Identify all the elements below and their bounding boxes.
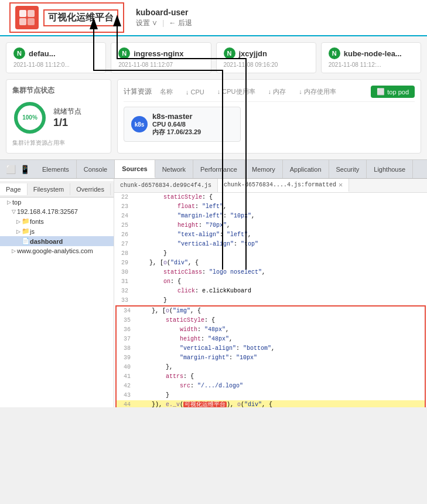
devtools-device-btn[interactable]: 📱	[19, 164, 30, 175]
tree-label-dashboard: dashboard	[30, 238, 63, 245]
tree-arrow-js: ▷	[16, 229, 21, 234]
back-link[interactable]: ← 后退	[169, 18, 192, 28]
cluster-gauge: 100%	[12, 100, 47, 135]
source-tab-overrides[interactable]: Overrides	[70, 183, 111, 195]
ns-icon-3: N	[224, 47, 235, 59]
cluster-footer: 集群计算资源占用率	[12, 139, 105, 147]
tab-performance[interactable]: Performance	[193, 160, 245, 178]
tree-arrow-ip: ▽	[12, 209, 16, 214]
code-file-tabs: chunk-d6576834.de99c4f4.js chunk-d657683…	[114, 179, 427, 193]
username: kuboard-user	[136, 8, 192, 17]
tab-memory[interactable]: Memory	[245, 160, 283, 178]
tree-arrow-google: ▷	[12, 248, 16, 254]
app-logo-text: 可视化运维平台	[43, 9, 118, 26]
file-tree: Page Filesystem Overrides » ⋮ ▷ top ▽ 19…	[0, 179, 114, 407]
ns-time-3: 2021-11-08 09:16:20	[224, 62, 309, 68]
code-line-29: 29 }, [o("div", {	[114, 258, 427, 268]
top-pod-button[interactable]: ⬜ top pod	[371, 86, 415, 98]
svg-rect-2	[19, 18, 26, 25]
code-line-24: 24 "margin-left": "10px",	[114, 212, 427, 221]
k8s-info: k8s-master CPU 0.64/8 内存 17.06/23.29	[152, 112, 201, 137]
tree-item-google[interactable]: ▷ www.google-analytics.com	[0, 246, 114, 256]
app-logo-area[interactable]: 可视化运维平台	[9, 2, 124, 33]
devtools: ⬜ 📱 Elements Console Sources Network Per…	[0, 159, 427, 407]
close-tab-icon[interactable]: ✕	[339, 181, 343, 189]
ns-name-4: kube-node-lea...	[344, 49, 402, 58]
ns-name-1: defau...	[29, 49, 56, 58]
code-line-30: 30 staticClass: "logo noselect",	[114, 268, 427, 277]
code-line-38: 38 "vertical-align": "bottom",	[117, 344, 425, 353]
k8s-icon: k8s	[131, 116, 148, 132]
code-line-40: 40 },	[117, 363, 425, 372]
tab-sources[interactable]: Sources	[115, 160, 155, 178]
code-line-44: 44 }), e._v(可视化运维平台), o("div", {	[115, 400, 426, 407]
compute-title: 计算资源	[124, 87, 152, 97]
folder-icon-fonts: 📁	[22, 217, 30, 225]
main-area: N defau... 2021-11-08 11:12:0... N ingre…	[0, 36, 427, 159]
code-tab-2-label: chunk-d6576834....4.js:formatted	[224, 182, 336, 188]
tab-security[interactable]: Security	[329, 160, 367, 178]
ns-icon-1: N	[13, 47, 25, 59]
code-line-25: 25 height: "70px",	[114, 221, 427, 230]
ns-card-2[interactable]: N ingress-nginx 2021-11-08 11:12:07	[111, 42, 211, 73]
ns-icon-2: N	[118, 47, 130, 59]
namespace-cards: N defau... 2021-11-08 11:12:0... N ingre…	[6, 42, 421, 73]
code-line-34: 34 }, [o("img", {	[117, 307, 425, 316]
ns-name-3: jxcyjjdn	[239, 49, 267, 58]
app-logo-icon	[15, 6, 39, 29]
ns-time-2: 2021-11-08 11:12:07	[118, 62, 203, 68]
code-line-23: 23 float: "left",	[114, 202, 427, 212]
devtools-tabs: ⬜ 📱 Elements Console Sources Network Per…	[0, 160, 427, 179]
tab-console[interactable]: Console	[77, 160, 115, 178]
code-line-35: 35 staticStyle: {	[117, 316, 425, 325]
tab-elements[interactable]: Elements	[35, 160, 77, 178]
svg-rect-1	[28, 10, 35, 17]
source-tabs: Page Filesystem Overrides » ⋮	[0, 181, 114, 197]
code-line-28: 28 }	[114, 249, 427, 258]
tree-item-ip[interactable]: ▽ 192.168.4.178:32567	[0, 207, 114, 216]
cluster-node-info: 就绪节点 1/1	[53, 107, 81, 129]
file-icon-dashboard: 📄	[22, 237, 30, 245]
tab-network[interactable]: Network	[155, 160, 193, 178]
red-box-container: 34 }, [o("img", { 35 staticStyle: { 36 w…	[115, 305, 426, 400]
code-tab-2[interactable]: chunk-d6576834....4.js:formatted ✕	[218, 179, 349, 192]
tree-label-fonts: fonts	[30, 218, 44, 225]
app-topbar: 可视化运维平台 kuboard-user 设置 ∨ | ← 后退	[0, 0, 427, 36]
ns-name-2: ingress-nginx	[134, 49, 183, 58]
cluster-compute-section: 集群节点状态 100% 就绪节点 1/1	[6, 79, 421, 154]
devtools-body: Page Filesystem Overrides » ⋮ ▷ top ▽ 19…	[0, 179, 427, 407]
ns-time-4: 2021-11-08 11:12:...	[329, 62, 414, 68]
code-line-42: 42 src: "/.../d.logo"	[117, 382, 425, 391]
ns-icon-4: N	[329, 47, 340, 59]
k8s-master-card[interactable]: k8s k8s-master CPU 0.64/8 内存 17.06/23.29	[124, 107, 241, 142]
tab-application[interactable]: Application	[283, 160, 329, 178]
code-line-32: 32 click: e.clickKuboard	[114, 287, 427, 296]
code-line-41: 41 attrs: {	[117, 372, 425, 382]
tree-label-js: js	[30, 228, 35, 235]
tree-item-js[interactable]: ▷ 📁 js	[0, 226, 114, 236]
svg-rect-3	[28, 18, 35, 25]
tab-lighthouse[interactable]: Lighthouse	[367, 160, 413, 178]
source-tab-page[interactable]: Page	[0, 183, 28, 195]
ns-card-3[interactable]: N jxcyjjdn 2021-11-08 09:16:20	[216, 42, 316, 73]
code-line-36: 36 width: "48px",	[117, 325, 425, 335]
tree-label-ip: 192.168.4.178:32567	[17, 208, 78, 215]
source-tab-filesystem[interactable]: Filesystem	[28, 183, 71, 195]
tree-arrow-fonts: ▷	[16, 219, 21, 224]
code-line-27: 27 "vertical-align": "top"	[114, 240, 427, 249]
code-line-31: 31 on: {	[114, 277, 427, 287]
tree-item-top[interactable]: ▷ top	[0, 197, 114, 207]
code-tab-1[interactable]: chunk-d6576834.de99c4f4.js	[114, 179, 218, 192]
tree-item-dashboard[interactable]: ▷ 📄 dashboard	[0, 236, 114, 246]
settings-link[interactable]: 设置 ∨	[136, 18, 158, 28]
tree-item-fonts[interactable]: ▷ 📁 fonts	[0, 216, 114, 226]
devtools-inspect-btn[interactable]: ⬜	[5, 164, 16, 175]
code-tab-1-label: chunk-d6576834.de99c4f4.js	[120, 182, 211, 189]
gauge-pct-label: 100%	[22, 114, 37, 121]
cluster-title: 集群节点状态	[12, 86, 105, 96]
user-info: kuboard-user 设置 ∨ | ← 后退	[136, 8, 192, 28]
ns-card-1[interactable]: N defau... 2021-11-08 11:12:0...	[6, 42, 106, 73]
ns-card-4[interactable]: N kube-node-lea... 2021-11-08 11:12:...	[321, 42, 421, 73]
tree-label-top: top	[12, 199, 21, 206]
code-panel: chunk-d6576834.de99c4f4.js chunk-d657683…	[114, 179, 427, 407]
